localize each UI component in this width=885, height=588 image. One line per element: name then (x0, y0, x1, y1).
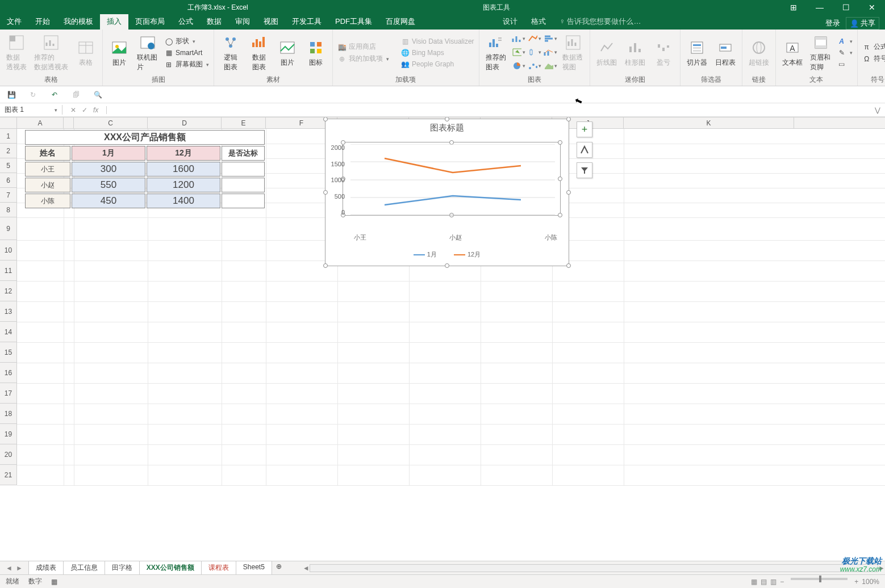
row-header[interactable]: 7 (0, 188, 17, 203)
save-button[interactable]: 💾 (6, 89, 17, 100)
combo-chart-button[interactable] (543, 47, 558, 58)
accept-formula-button[interactable]: ✓ (82, 106, 87, 114)
textbox-button[interactable]: A文本框 (779, 37, 805, 69)
pictures-button[interactable]: 图片 (106, 37, 132, 69)
chart-styles-button[interactable] (577, 142, 592, 158)
online-pictures-button[interactable]: 联机图片 (135, 32, 161, 73)
col-header-c[interactable]: C (74, 117, 148, 128)
tab-view[interactable]: 视图 (257, 14, 285, 30)
maximize-button[interactable]: ☐ (833, 0, 859, 15)
expand-formula-bar-button[interactable]: ⋁ (870, 106, 885, 114)
redo-button[interactable]: ↻ (27, 89, 39, 100)
pivot-chart-button[interactable]: 数据透视图 (560, 32, 586, 73)
col-header-k[interactable]: K (624, 117, 794, 128)
tab-dev[interactable]: 开发工具 (285, 14, 328, 30)
zoom-in-button[interactable]: + (854, 578, 858, 586)
cancel-formula-button[interactable]: ✕ (70, 106, 76, 114)
chart-elements-button[interactable]: + (577, 121, 592, 137)
series-dec[interactable] (385, 158, 521, 173)
share-button[interactable]: 👤 共享 (846, 17, 879, 30)
close-button[interactable]: ✕ (859, 0, 885, 15)
wordart-button[interactable]: A (836, 36, 854, 47)
series-jan[interactable] (385, 196, 521, 205)
visio-addin-button[interactable]: ▥Visio Data Visualizer (399, 36, 475, 47)
shapes-button[interactable]: ◯形状 (163, 36, 210, 47)
sheet-tab[interactable]: 成绩表 (28, 561, 64, 576)
row-header[interactable]: 8 (0, 203, 17, 217)
new-sheet-button[interactable]: ⊕ (272, 561, 286, 576)
hyperlink-button[interactable]: 超链接 (746, 37, 772, 69)
tab-pdf[interactable]: PDF工具集 (328, 14, 379, 30)
row-header[interactable]: 21 (0, 465, 17, 485)
row-header[interactable]: 14 (0, 322, 17, 342)
table-button[interactable]: 表格 (73, 37, 99, 69)
sparkline-line-button[interactable]: 折线图 (594, 37, 620, 69)
sparkline-winloss-button[interactable]: 盈亏 (650, 37, 677, 69)
bing-maps-button[interactable]: 🌐Bing Maps (399, 48, 475, 58)
people-graph-button[interactable]: 👥People Graph (399, 59, 475, 69)
minimize-button[interactable]: — (807, 0, 833, 15)
sheet-tab[interactable]: 课程表 (201, 561, 236, 576)
sheet-tab[interactable]: 田字格 (105, 561, 140, 576)
ribbon-display-options-button[interactable]: ⊞ (780, 0, 807, 15)
row-header[interactable]: 17 (0, 383, 17, 404)
symbol-button[interactable]: Ω符号 (861, 53, 885, 64)
zoom-slider[interactable] (791, 578, 848, 580)
sales-data-table[interactable]: XXX公司产品销售额 姓名 1月 12月 是否达标 小王 300 1600 小赵… (24, 129, 266, 209)
row-header[interactable]: 1 (0, 129, 17, 144)
slicer-button[interactable]: 切片器 (684, 37, 710, 69)
row-header[interactable]: 2 (0, 144, 17, 158)
logic-chart-button[interactable]: 逻辑 图表 (218, 32, 244, 73)
map-chart-button[interactable] (511, 47, 526, 58)
tab-review[interactable]: 审阅 (228, 14, 257, 30)
signature-button[interactable]: ✎ (836, 48, 854, 58)
my-addins-button[interactable]: ⊕我的加载项 (336, 53, 390, 64)
equation-button[interactable]: π公式 (861, 41, 885, 52)
bar-chart-button[interactable] (543, 33, 558, 44)
scatter-chart-button[interactable] (527, 60, 542, 72)
page-break-view-button[interactable]: ▥ (770, 578, 777, 586)
row-header[interactable]: 5 (0, 158, 17, 173)
qat-item[interactable]: 🗐 (70, 89, 82, 100)
row-header[interactable]: 15 (0, 342, 17, 363)
pie-chart-button[interactable] (511, 60, 526, 72)
sign-in-link[interactable]: 登录 (825, 18, 840, 28)
sparkline-column-button[interactable]: 柱形图 (622, 37, 648, 69)
pivot-table-button[interactable]: 数据 透视表 (3, 32, 30, 73)
tab-insert[interactable]: 插入 (100, 14, 128, 30)
page-layout-view-button[interactable]: ▤ (761, 578, 767, 586)
tab-formulas[interactable]: 公式 (172, 14, 200, 30)
timeline-button[interactable]: 日程表 (712, 37, 738, 69)
macro-record-icon[interactable]: ▦ (51, 578, 57, 586)
column-chart-button[interactable] (511, 33, 526, 44)
store-button[interactable]: 🏬应用商店 (336, 41, 390, 52)
name-box[interactable]: 图表 1 (0, 105, 62, 115)
zoom-level[interactable]: 100% (862, 578, 879, 586)
tab-design[interactable]: 设计 (496, 14, 524, 30)
surface-chart-button[interactable] (543, 60, 558, 72)
undo-button[interactable]: ↶ (49, 89, 60, 100)
smartart-button[interactable]: ▦SmartArt (163, 48, 210, 58)
recommended-pivot-button[interactable]: 推荐的 数据透视表 (32, 32, 70, 73)
line-chart-button[interactable] (527, 33, 542, 44)
object-button[interactable]: ▭ (836, 59, 854, 69)
select-all-button[interactable] (0, 117, 17, 128)
tab-baidu[interactable]: 百度网盘 (379, 14, 422, 30)
row-header[interactable]: 9 (0, 217, 17, 240)
row-header[interactable]: 16 (0, 363, 17, 383)
col-header-d[interactable]: D (148, 117, 222, 128)
fx-button[interactable]: fx (93, 106, 98, 114)
chart-legend[interactable]: 1月 12月 (325, 250, 569, 259)
tab-layout[interactable]: 页面布局 (128, 14, 172, 30)
tab-file[interactable]: 文件 (0, 14, 28, 30)
screenshot-button[interactable]: ⊞屏幕截图 (163, 59, 210, 70)
chart-filters-button[interactable] (577, 162, 592, 178)
tab-data[interactable]: 数据 (200, 14, 228, 30)
recommended-charts-button[interactable]: 推荐的 图表 (483, 32, 509, 73)
sheet-nav-next[interactable]: ► (16, 564, 23, 572)
picture-material-button[interactable]: 图片 (274, 37, 300, 69)
sheet-tab-active[interactable]: XXX公司销售额 (139, 561, 202, 576)
row-header[interactable]: 19 (0, 424, 17, 444)
sheet-tab[interactable]: Sheet5 (236, 561, 272, 576)
col-header-e[interactable]: E (222, 117, 266, 128)
